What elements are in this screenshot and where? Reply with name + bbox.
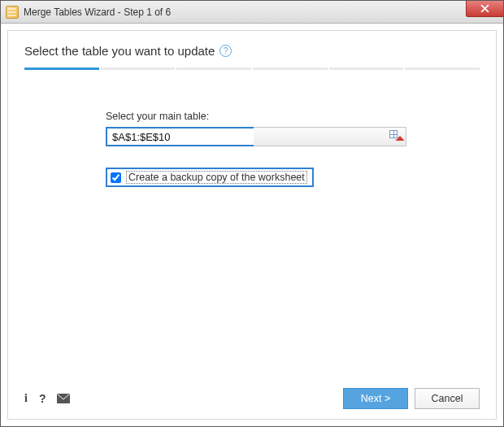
page-heading: Select the table you want to update ? xyxy=(24,44,480,58)
range-row xyxy=(106,127,406,146)
footer-buttons: Next > Cancel xyxy=(343,388,480,409)
progress-step-5 xyxy=(329,68,404,70)
content-outer: Select the table you want to update ? Se… xyxy=(1,24,503,426)
range-picker-area xyxy=(254,127,406,146)
range-picker-icon[interactable] xyxy=(389,130,402,143)
wizard-window: Merge Tables Wizard - Step 1 of 6 Select… xyxy=(0,0,504,427)
progress-step-4 xyxy=(253,68,328,70)
progress-step-3 xyxy=(176,68,251,70)
content-inner: Select the table you want to update ? Se… xyxy=(7,30,497,420)
question-icon[interactable]: ? xyxy=(39,392,46,405)
form-area: Select your main table: Create a backup … xyxy=(106,111,406,187)
range-input[interactable] xyxy=(106,127,254,146)
cancel-button[interactable]: Cancel xyxy=(415,388,480,409)
app-icon xyxy=(6,6,19,19)
footer: i ? Next > Cancel xyxy=(24,381,480,409)
footer-icons: i ? xyxy=(24,392,70,405)
progress-step-2 xyxy=(101,68,176,70)
backup-checkbox[interactable] xyxy=(111,172,121,183)
heading-text: Select the table you want to update xyxy=(24,44,215,58)
info-icon[interactable]: i xyxy=(24,392,28,405)
backup-checkbox-row[interactable]: Create a backup copy of the worksheet xyxy=(106,168,314,187)
mail-icon[interactable] xyxy=(57,394,70,403)
step-progress xyxy=(24,68,480,70)
progress-step-1 xyxy=(24,68,99,70)
spacer xyxy=(24,187,480,381)
next-button[interactable]: Next > xyxy=(343,388,408,409)
close-icon xyxy=(480,4,489,13)
range-label: Select your main table: xyxy=(106,111,406,122)
close-button[interactable] xyxy=(466,1,503,17)
help-icon[interactable]: ? xyxy=(219,45,232,57)
window-title: Merge Tables Wizard - Step 1 of 6 xyxy=(24,7,171,18)
titlebar: Merge Tables Wizard - Step 1 of 6 xyxy=(1,1,503,24)
progress-step-6 xyxy=(405,68,480,70)
backup-label: Create a backup copy of the worksheet xyxy=(126,171,307,184)
